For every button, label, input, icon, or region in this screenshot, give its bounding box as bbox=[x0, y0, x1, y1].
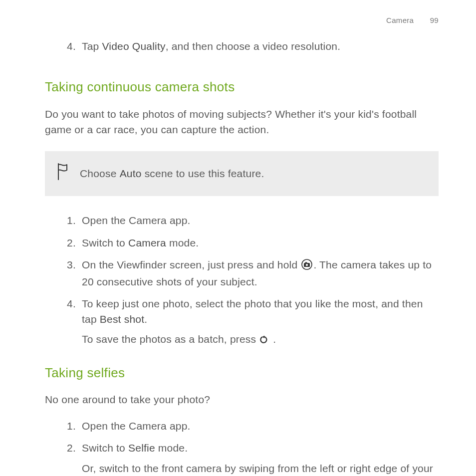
list-item: Switch to Camera mode. bbox=[82, 236, 439, 250]
text-bold: Video Quality bbox=[102, 40, 166, 52]
section-heading: Taking continuous camera shots bbox=[45, 78, 439, 97]
list-item: Tap Video Quality, and then choose a vid… bbox=[82, 39, 439, 54]
text: , and then choose a video resolution. bbox=[166, 40, 341, 52]
list-item: To keep just one photo, select the photo… bbox=[82, 296, 439, 348]
header-section: Camera bbox=[386, 16, 414, 24]
text: Switch to bbox=[82, 442, 128, 454]
back-icon bbox=[260, 333, 269, 348]
text: Open the Camera app. bbox=[82, 215, 191, 226]
list-item: On the Viewfinder screen, just press and… bbox=[82, 257, 439, 289]
list-item: Open the Camera app. bbox=[82, 419, 439, 434]
text: Tap bbox=[82, 40, 102, 52]
shutter-icon bbox=[301, 259, 312, 274]
text: On the Viewfinder screen, just press and… bbox=[82, 259, 300, 270]
lead-step-list: Tap Video Quality, and then choose a vid… bbox=[45, 39, 439, 54]
text: scene to use this feature. bbox=[142, 168, 264, 179]
section-intro: Do you want to take photos of moving sub… bbox=[45, 107, 439, 137]
flag-icon bbox=[57, 163, 69, 184]
text-bold: Best shot bbox=[100, 313, 144, 325]
steps-list: Open the Camera app. Switch to Selfie mo… bbox=[45, 419, 439, 476]
text: Switch to bbox=[82, 237, 128, 248]
header-page: 99 bbox=[430, 16, 439, 24]
text: mode. bbox=[166, 237, 199, 248]
svg-rect-2 bbox=[305, 262, 307, 263]
text: Choose bbox=[80, 168, 120, 179]
list-item: Open the Camera app. bbox=[82, 213, 439, 228]
tip-text: Choose Auto scene to use this feature. bbox=[80, 166, 427, 181]
text: mode. bbox=[155, 442, 188, 454]
tip-box: Choose Auto scene to use this feature. bbox=[45, 151, 439, 196]
text-bold: Selfie bbox=[128, 442, 155, 454]
svg-point-3 bbox=[306, 264, 308, 266]
text-bold: Auto bbox=[120, 168, 142, 179]
text: . bbox=[144, 313, 147, 325]
list-item: Switch to Selfie mode. Or, switch to the… bbox=[82, 441, 439, 476]
sub-text: Or, switch to the front camera by swipin… bbox=[82, 461, 439, 476]
steps-list: Open the Camera app. Switch to Camera mo… bbox=[45, 213, 439, 348]
text: Open the Camera app. bbox=[82, 420, 191, 432]
text: . bbox=[270, 333, 276, 345]
page-header: Camera 99 bbox=[372, 15, 439, 26]
section-heading: Taking selfies bbox=[45, 364, 439, 383]
section-intro: No one around to take your photo? bbox=[45, 392, 439, 407]
text-bold: Camera bbox=[128, 237, 166, 248]
sub-text: To save the photos as a batch, press . bbox=[82, 332, 439, 348]
text: To save the photos as a batch, press bbox=[82, 333, 259, 345]
